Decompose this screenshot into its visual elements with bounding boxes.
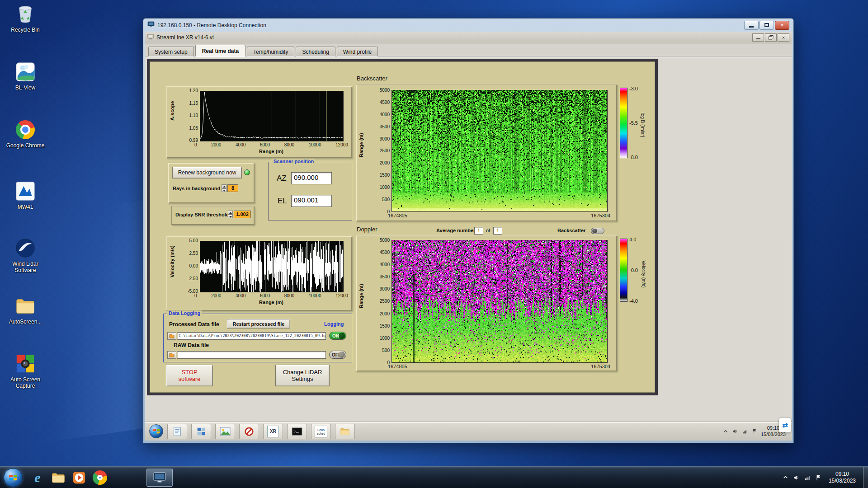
stop-record-icon xyxy=(244,427,254,436)
backscatter-x-last: 1675304 xyxy=(591,213,610,218)
desktop-icon-bl-view[interactable]: BL-View xyxy=(3,61,48,91)
desktop-icon-recycle-bin[interactable]: Recycle Bin xyxy=(3,3,48,33)
tick-label: 5000 xyxy=(380,88,390,93)
desktop-icon-wind-lidar[interactable]: Wind Lidar Software xyxy=(3,237,48,273)
processed-file-label: Processed Data file xyxy=(169,321,219,328)
remote-task-grid[interactable] xyxy=(191,424,211,439)
taskbar-media-player[interactable] xyxy=(69,469,90,487)
processed-logging-toggle[interactable]: ON xyxy=(329,332,346,340)
tick-label: -4.0 xyxy=(629,298,638,304)
average-total-value[interactable]: 1 xyxy=(493,227,502,235)
remote-task-record[interactable] xyxy=(239,424,259,439)
backscatter-x-first: 1674805 xyxy=(388,213,407,218)
ascope-frame: 1.201.151.101.050.99 A-scope 02000400060… xyxy=(166,86,352,158)
backscatter-toggle-label: Backscatter xyxy=(557,228,585,233)
tick-label: 2000 xyxy=(380,160,390,165)
remote-task-scan-sched[interactable]: Scan sched xyxy=(311,424,331,439)
desktop-icon-google-chrome[interactable]: Google Chrome xyxy=(3,118,48,149)
az-value[interactable]: 090.000 xyxy=(291,172,332,184)
average-number-value[interactable]: 1 xyxy=(474,227,483,235)
rays-value[interactable]: 8 xyxy=(227,184,238,192)
hidden-icons-caret-icon[interactable] xyxy=(783,475,788,480)
show-desktop-button[interactable] xyxy=(863,467,868,488)
raw-logging-toggle[interactable]: OFF xyxy=(329,351,346,359)
desktop-icon-auto-screen-capture[interactable]: Auto Screen Capture xyxy=(3,352,48,389)
tick-label: 4500 xyxy=(380,100,390,105)
raw-path-browse-button[interactable] xyxy=(167,351,176,359)
rdp-maximize-button[interactable] xyxy=(760,21,774,30)
network-icon[interactable] xyxy=(742,428,748,434)
windows-flag-icon xyxy=(9,474,18,482)
taskbar-explorer[interactable] xyxy=(48,469,69,487)
start-button[interactable] xyxy=(4,468,23,487)
tick-label: 1.05 xyxy=(189,126,198,131)
host-clock[interactable]: 09:10 15/08/2023 xyxy=(829,471,856,484)
ascope-x-label: Range (m) xyxy=(200,149,343,154)
renew-background-button[interactable]: Renew background now xyxy=(172,167,242,178)
doppler-x-last: 1675304 xyxy=(591,364,610,369)
desktop: Recycle Bin BL-View Google Chrome MW41 W… xyxy=(0,0,868,488)
processed-path-browse-button[interactable] xyxy=(167,332,176,340)
tab-system-setup[interactable]: System setup xyxy=(148,47,194,56)
connection-notification-icon[interactable]: ⇄ xyxy=(779,418,791,432)
desktop-icon-label: Recycle Bin xyxy=(3,27,48,33)
raw-path-field[interactable] xyxy=(177,351,326,359)
bl-view-icon xyxy=(3,61,48,83)
tab-temp-humidity[interactable]: Temp/humidity xyxy=(247,47,294,56)
tick-label: 500 xyxy=(382,197,390,202)
rays-label: Rays in background xyxy=(173,186,220,191)
rdp-title-bar[interactable]: 192.168.0.150 - Remote Desktop Connectio… xyxy=(145,19,792,32)
remote-task-cmd[interactable] xyxy=(287,424,307,439)
remote-task-notepad[interactable] xyxy=(167,424,187,439)
backscatter-toggle[interactable] xyxy=(591,228,604,234)
tick-label: 8000 xyxy=(284,293,294,298)
snr-value[interactable]: 1.002 xyxy=(234,211,251,218)
tick-label: 2000 xyxy=(211,142,221,147)
flag-icon[interactable] xyxy=(816,474,821,481)
processed-path-field[interactable]: C:\Lidar\Data\Proc\2023\202308\20230819\… xyxy=(177,332,326,340)
backscatter-canvas xyxy=(392,90,608,212)
tick-label: 1.20 xyxy=(189,88,198,93)
restart-processed-button[interactable]: Restart processed file xyxy=(227,319,290,328)
volume-icon[interactable] xyxy=(732,428,738,434)
remote-start-button[interactable] xyxy=(149,424,163,438)
desktop-icon-label: Wind Lidar Software xyxy=(3,261,48,273)
tab-wind-profile[interactable]: Wind profile xyxy=(337,47,378,56)
tick-label: 12000 xyxy=(335,142,348,147)
flag-icon[interactable] xyxy=(752,428,757,434)
el-value[interactable]: 090.001 xyxy=(291,195,332,207)
tick-label: -3.0 xyxy=(629,86,638,91)
taskbar-internet-explorer[interactable]: e xyxy=(27,469,48,487)
taskbar-rdp-active[interactable] xyxy=(146,469,173,487)
tab-real-time-data[interactable]: Real time data xyxy=(195,45,245,56)
hidden-icons-caret-icon[interactable] xyxy=(723,429,728,434)
app-client-area: 1.201.151.101.050.99 A-scope 02000400060… xyxy=(145,56,792,422)
remote-task-image[interactable] xyxy=(215,424,235,439)
snr-label: Display SNR threshold xyxy=(175,212,229,217)
remote-task-folder[interactable] xyxy=(335,424,355,439)
network-icon[interactable] xyxy=(804,474,811,481)
rdp-minimize-button[interactable] xyxy=(744,21,759,30)
volume-icon[interactable] xyxy=(793,474,800,481)
internet-explorer-icon: e xyxy=(34,470,40,485)
app-title-bar[interactable]: StreamLine XR v14-6.vi × xyxy=(145,32,792,43)
tick-label: 2500 xyxy=(380,299,390,304)
velocity-frame: 5.002.500.00-2.50-5.00 Velocity (m/s) 02… xyxy=(166,236,352,311)
app-close-button[interactable]: × xyxy=(778,33,789,42)
desktop-icon-autoscreen[interactable]: AutoScreen... xyxy=(3,295,48,325)
stop-software-button[interactable]: STOP software xyxy=(166,365,213,386)
remote-task-xr[interactable]: XR xyxy=(263,424,283,439)
rays-spinner[interactable] xyxy=(222,184,226,192)
app-restore-button[interactable] xyxy=(765,33,777,42)
taskbar-chrome[interactable] xyxy=(90,469,110,487)
snr-spinner[interactable] xyxy=(228,211,233,218)
az-label: AZ xyxy=(277,174,287,183)
app-minimize-button[interactable] xyxy=(752,33,764,42)
change-lidar-settings-button[interactable]: Change LiDAR Settings xyxy=(275,365,330,386)
rdp-close-button[interactable]: × xyxy=(775,21,789,30)
tab-scheduling[interactable]: Scheduling xyxy=(296,47,335,56)
tick-label: 4000 xyxy=(380,112,390,117)
tick-label: 3500 xyxy=(380,274,390,279)
remote-taskbar: XR Scan sched xyxy=(145,422,792,441)
desktop-icon-mw41[interactable]: MW41 xyxy=(3,180,48,210)
